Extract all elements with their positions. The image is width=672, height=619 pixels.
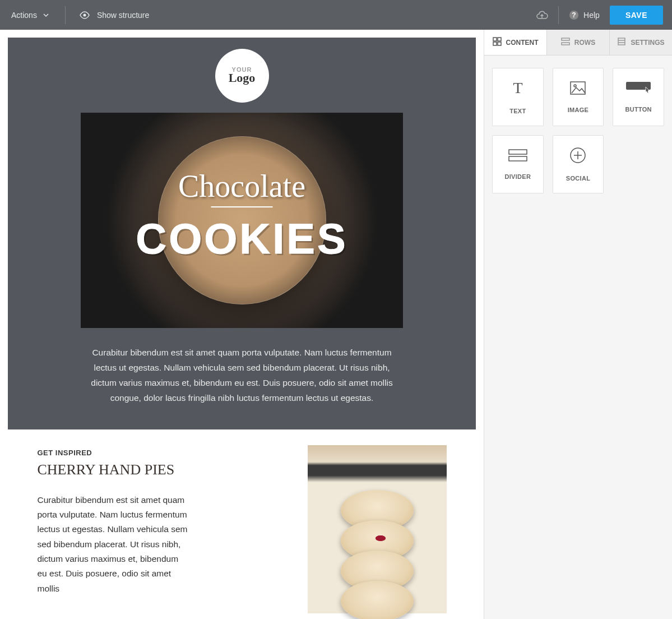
tab-content[interactable]: CONTENT xyxy=(484,30,547,55)
svg-rect-4 xyxy=(498,38,501,41)
block-divider[interactable]: DIVIDER xyxy=(492,135,544,193)
right-sidebar: CONTENT ROWS SETTINGS xyxy=(484,30,672,619)
svg-text:T: T xyxy=(513,80,522,96)
hero-script-text: Chocolate xyxy=(81,168,403,204)
chevron-down-icon xyxy=(43,12,49,19)
svg-rect-17 xyxy=(509,156,527,161)
sidebar-tabs: CONTENT ROWS SETTINGS xyxy=(484,30,672,56)
image-icon xyxy=(569,81,586,98)
block-text[interactable]: T TEXT xyxy=(492,68,544,126)
tab-settings-label: SETTINGS xyxy=(631,39,664,47)
svg-rect-3 xyxy=(493,38,497,41)
block-image-label: IMAGE xyxy=(568,107,589,113)
settings-icon xyxy=(617,37,626,48)
tab-rows-label: ROWS xyxy=(574,39,595,47)
svg-rect-6 xyxy=(498,42,501,45)
text-icon: T xyxy=(509,80,526,99)
hero-body-text[interactable]: Curabitur bibendum est sit amet quam por… xyxy=(85,345,399,406)
block-social-label: SOCIAL xyxy=(566,175,590,182)
block-image[interactable]: IMAGE xyxy=(553,68,604,126)
toolbar-divider-2 xyxy=(558,6,559,24)
svg-point-0 xyxy=(83,13,86,16)
divider-icon xyxy=(508,149,528,164)
actions-label: Actions xyxy=(11,11,37,20)
save-button[interactable]: SAVE xyxy=(610,6,663,25)
svg-rect-9 xyxy=(618,38,625,45)
actions-dropdown[interactable]: Actions xyxy=(9,7,52,23)
cloud-upload-icon[interactable] xyxy=(536,11,548,20)
help-label: Help xyxy=(583,11,600,20)
block-text-label: TEXT xyxy=(509,108,526,114)
recipe-eyebrow[interactable]: GET INSPIRED xyxy=(38,449,292,457)
editor-canvas[interactable]: YOUR Logo Chocolate COOKIES Curabitur bi… xyxy=(0,30,484,619)
svg-point-14 xyxy=(574,85,576,87)
logo-bottom-text: Logo xyxy=(229,71,256,85)
grid-icon xyxy=(493,37,502,48)
block-divider-label: DIVIDER xyxy=(504,173,531,180)
social-icon xyxy=(569,147,586,166)
block-button-label: BUTTON xyxy=(625,106,651,113)
help-icon: ? xyxy=(569,10,579,20)
show-structure-toggle[interactable]: Show structure xyxy=(79,11,149,20)
hero-underline xyxy=(211,206,273,207)
hero-big-text: COOKIES xyxy=(81,214,403,263)
tab-rows[interactable]: ROWS xyxy=(547,30,610,55)
toolbar-divider xyxy=(65,6,66,24)
recipe-image[interactable] xyxy=(308,445,447,613)
block-social[interactable]: SOCIAL xyxy=(553,135,604,193)
svg-rect-5 xyxy=(493,42,497,45)
svg-rect-8 xyxy=(562,43,569,45)
logo-placeholder[interactable]: YOUR Logo xyxy=(215,49,269,103)
hero-section[interactable]: YOUR Logo Chocolate COOKIES Curabitur bi… xyxy=(8,38,476,429)
recipe-section[interactable]: GET INSPIRED CHERRY HAND PIES Curabitur … xyxy=(26,429,458,613)
recipe-title[interactable]: CHERRY HAND PIES xyxy=(38,461,292,478)
top-toolbar: Actions Show structure ? xyxy=(0,0,672,30)
svg-text:?: ? xyxy=(572,11,576,19)
block-button[interactable]: BUTTON xyxy=(613,68,664,126)
show-structure-label: Show structure xyxy=(97,11,149,20)
donut-graphic xyxy=(341,490,414,620)
eye-icon xyxy=(79,11,90,19)
button-icon xyxy=(625,81,651,97)
rows-icon xyxy=(561,37,570,48)
svg-rect-16 xyxy=(509,150,527,154)
help-button[interactable]: ? Help xyxy=(569,10,600,20)
tab-settings[interactable]: SETTINGS xyxy=(610,30,672,55)
tab-content-label: CONTENT xyxy=(506,39,539,47)
content-blocks-grid: T TEXT IMAGE BUTTON xyxy=(484,56,672,206)
svg-rect-7 xyxy=(562,38,569,40)
recipe-body[interactable]: Curabitur bibendum est sit amet quam por… xyxy=(38,493,189,596)
hero-image[interactable]: Chocolate COOKIES xyxy=(81,113,403,328)
